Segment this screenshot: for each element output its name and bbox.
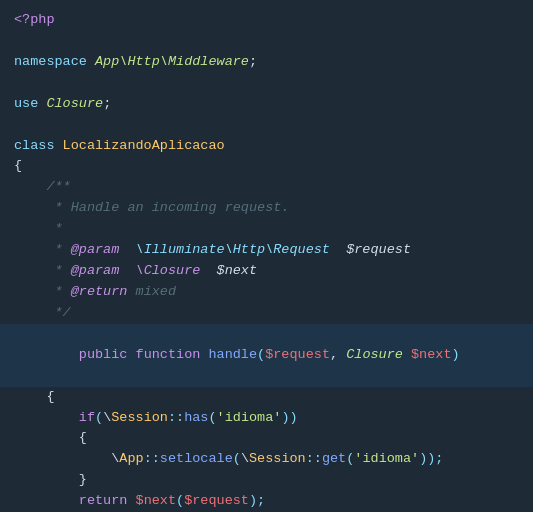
if-paren-open: ( — [95, 408, 103, 429]
param-var1: $request — [346, 240, 411, 261]
param-type1: \Illuminate\Http\Request — [136, 240, 330, 261]
brace-open2: { — [14, 387, 55, 408]
at-return: @return — [71, 282, 128, 303]
app-class: App — [119, 449, 143, 470]
line-brace-open1: { — [14, 156, 519, 177]
has-method: has — [184, 408, 208, 429]
line-comment-blank: * — [14, 219, 519, 240]
php-open-tag: <?php — [14, 10, 55, 31]
comment-star2: * — [14, 261, 71, 282]
brace-open1: { — [14, 156, 22, 177]
idioma-string2: 'idioma' — [354, 449, 419, 470]
next-param: $next — [411, 347, 452, 362]
line-php-open: <?php — [14, 10, 519, 31]
line-brace-close3: } — [14, 470, 519, 491]
setlocale-method: setlocale — [160, 449, 233, 470]
line-comment-param1: * @param \Illuminate\Http\Request $reque… — [14, 240, 519, 261]
class-keyword: class — [14, 136, 63, 157]
request-param: $request — [265, 347, 330, 362]
comment-space4 — [200, 261, 216, 282]
line-blank3 — [14, 115, 519, 136]
function-keyword: function — [136, 347, 209, 362]
brace-close3: } — [14, 470, 87, 491]
comment-space3 — [119, 261, 135, 282]
namespace-value: App\Http\Middleware — [95, 52, 249, 73]
param-var2: $next — [217, 261, 258, 282]
session-class1: Session — [111, 408, 168, 429]
line-comment-param2: * @param \Closure $next — [14, 261, 519, 282]
if-keyword: if — [14, 408, 95, 429]
comment-mixed: mixed — [127, 282, 176, 303]
at-param1: @param — [71, 240, 120, 261]
namespace-keyword: namespace — [14, 52, 95, 73]
line-brace-open2: { — [14, 387, 519, 408]
comment-star3: * — [14, 282, 71, 303]
comment-space1 — [119, 240, 135, 261]
line-blank2 — [14, 73, 519, 94]
use-closure: Closure — [46, 94, 103, 115]
comment-handle: * Handle an incoming request. — [14, 198, 289, 219]
line-setlocale: \App::setlocale(\Session::get('idioma'))… — [14, 449, 519, 470]
comment-space2 — [330, 240, 346, 261]
comment-open: /** — [14, 177, 71, 198]
paren-close: ) — [452, 347, 460, 362]
line-blank1 — [14, 31, 519, 52]
line-namespace: namespace App\Http\Middleware; — [14, 52, 519, 73]
static-op1: :: — [168, 408, 184, 429]
request-var: $request — [184, 491, 249, 512]
line-function-decl: public function handle($request, Closure… — [0, 324, 533, 387]
comment-star1: * — [14, 240, 71, 261]
next-var: $next — [136, 491, 177, 512]
code-editor: <?php namespace App\Http\Middleware; use… — [0, 0, 533, 512]
param-type2: \Closure — [136, 261, 201, 282]
public-keyword: public — [46, 347, 135, 362]
line-comment-handle: * Handle an incoming request. — [14, 198, 519, 219]
backslash1: \ — [103, 408, 111, 429]
line-return-stmt: return $next($request); — [14, 491, 519, 512]
comment-blank: * — [14, 219, 63, 240]
brace-open3: { — [14, 428, 87, 449]
line-use: use Closure; — [14, 94, 519, 115]
line-comment-close: */ — [14, 303, 519, 324]
comment-close: */ — [14, 303, 71, 324]
line-comment-return: * @return mixed — [14, 282, 519, 303]
session-class2: Session — [249, 449, 306, 470]
use-keyword: use — [14, 94, 46, 115]
get-method: get — [322, 449, 346, 470]
line-if-stmt: if(\Session::has('idioma')) — [14, 408, 519, 429]
paren-open: ( — [257, 347, 265, 362]
at-param2: @param — [71, 261, 120, 282]
class-name: LocalizandoAplicacao — [63, 136, 225, 157]
line-comment-open: /** — [14, 177, 519, 198]
return-keyword: return — [14, 491, 136, 512]
line-class-decl: class LocalizandoAplicacao — [14, 136, 519, 157]
idioma-string1: 'idioma' — [217, 408, 282, 429]
line-brace-open3: { — [14, 428, 519, 449]
handle-method: handle — [208, 347, 257, 362]
closure-type: Closure — [346, 347, 411, 362]
